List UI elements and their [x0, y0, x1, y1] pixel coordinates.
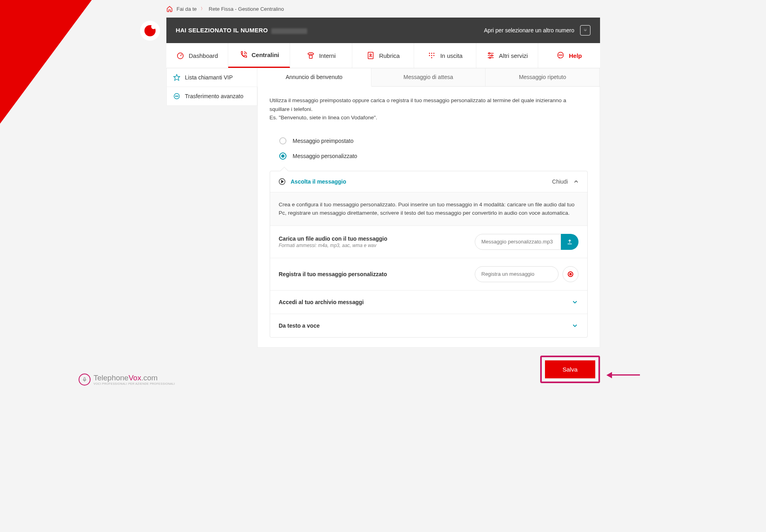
upload-icon: [566, 238, 573, 245]
breadcrumb-home[interactable]: Fai da te: [177, 6, 197, 12]
svg-rect-1: [309, 55, 312, 58]
home-icon[interactable]: [166, 6, 173, 12]
select-other-label: Apri per selezionare un altro numero: [484, 27, 574, 34]
svg-point-19: [560, 55, 561, 55]
svg-point-9: [434, 55, 435, 56]
upload-formats: Formati ammessi: m4a, mp3, aac, wma e wa…: [279, 243, 467, 248]
custom-message-panel: Ascolta il messaggio Chiudi Crea e confi…: [270, 171, 588, 338]
chevron-right-icon: 〉: [201, 6, 205, 12]
svg-rect-28: [84, 378, 85, 380]
svg-point-25: [178, 96, 178, 97]
star-icon: [173, 74, 180, 81]
tab-dashboard[interactable]: Dashboard: [166, 43, 228, 68]
svg-point-8: [431, 55, 432, 56]
sidebar-item-vip[interactable]: Lista chiamanti VIP: [167, 68, 257, 87]
svg-marker-21: [174, 75, 180, 81]
radio-custom[interactable]: Messaggio personalizzato: [270, 148, 588, 164]
svg-point-4: [429, 53, 430, 54]
header-bar: HAI SELEZIONATO IL NUMERO Apri per selez…: [166, 18, 600, 43]
vodafone-logo: [140, 21, 160, 41]
panel-description: Crea e configura il tuo messaggio person…: [270, 192, 587, 225]
header-label: HAI SELEZIONATO IL NUMERO: [176, 27, 268, 34]
archive-row[interactable]: Accedi al tuo archivio messaggi: [270, 290, 587, 314]
upload-button[interactable]: [561, 234, 578, 250]
svg-point-16: [489, 57, 491, 59]
save-highlight: Salva: [540, 356, 600, 383]
listen-link[interactable]: Ascolta il messaggio: [291, 178, 346, 185]
tab-help[interactable]: Help: [538, 43, 600, 68]
transfer-icon: [173, 93, 180, 100]
radio-preset[interactable]: Messaggio preimpostato: [270, 133, 588, 148]
svg-marker-27: [281, 180, 283, 183]
record-input[interactable]: [475, 266, 559, 282]
sidebar-item-transfer[interactable]: Trasferimento avanzato: [167, 87, 257, 105]
tab-altri-servizi[interactable]: Altri servizi: [476, 43, 538, 68]
arrow-annotation: [606, 372, 640, 378]
svg-point-20: [562, 55, 562, 55]
upload-row: Carica un file audio con il tuo messaggi…: [270, 225, 587, 258]
microphone-icon: [79, 374, 91, 386]
tab-centralini[interactable]: Centralini: [228, 43, 290, 68]
svg-point-5: [431, 53, 432, 54]
breadcrumb-current: Rete Fissa - Gestione Centralino: [209, 6, 284, 12]
svg-point-24: [176, 96, 177, 97]
subtab-attesa[interactable]: Messaggio di attesa: [371, 68, 486, 86]
svg-point-10: [431, 57, 432, 58]
subtabs: Annuncio di benvenuto Messaggio di attes…: [257, 68, 600, 87]
contacts-icon: [366, 51, 375, 60]
sidebar: Lista chiamanti VIP Trasferimento avanza…: [166, 68, 257, 106]
phone-old-icon: [306, 51, 315, 60]
sidebar-label: Trasferimento avanzato: [185, 93, 244, 99]
record-row: Registra il tuo messaggio personalizzato: [270, 258, 587, 290]
chat-icon: [556, 51, 565, 60]
tts-row[interactable]: Da testo a voce: [270, 314, 587, 337]
svg-point-3: [370, 54, 371, 55]
play-icon[interactable]: [278, 178, 286, 186]
subtab-annuncio[interactable]: Annuncio di benvenuto: [257, 68, 371, 87]
decorative-triangle: [0, 0, 92, 124]
sidebar-label: Lista chiamanti VIP: [185, 74, 233, 81]
breadcrumb: Fai da te 〉 Rete Fissa - Gestione Centra…: [166, 0, 600, 18]
upload-input[interactable]: [475, 234, 561, 250]
select-number-dropdown[interactable]: [580, 25, 590, 36]
tab-rubrica[interactable]: Rubrica: [352, 43, 414, 68]
dialpad-icon: [427, 51, 436, 60]
gauge-icon: [176, 51, 185, 60]
svg-point-6: [434, 53, 435, 54]
telephonevox-logo: TelephoneVox.com Voci professionali per …: [79, 374, 175, 386]
record-button[interactable]: [563, 266, 578, 282]
svg-point-15: [491, 55, 492, 56]
svg-point-7: [429, 55, 430, 56]
tab-uscita[interactable]: In uscita: [414, 43, 476, 68]
chevron-down-icon: [571, 299, 578, 306]
settings-list-icon: [486, 51, 495, 60]
tab-interni[interactable]: Interni: [290, 43, 352, 68]
chevron-down-icon: [571, 322, 578, 329]
phone-ring-icon: [239, 51, 248, 59]
phone-number-blurred: [271, 28, 307, 34]
radio-icon: [279, 137, 286, 144]
record-icon: [568, 271, 573, 277]
svg-point-23: [175, 96, 176, 97]
save-button[interactable]: Salva: [545, 360, 595, 378]
chevron-up-icon: [573, 178, 579, 185]
svg-point-18: [559, 55, 559, 55]
record-label: Registra il tuo messaggio personalizzato: [279, 271, 467, 277]
main-tabs: Dashboard Centralini Interni Rubrica In …: [166, 43, 600, 68]
svg-point-14: [488, 53, 490, 54]
radio-checked-icon: [279, 152, 286, 160]
intro-text: Utilizza il messaggio preimpostato oppur…: [270, 96, 588, 122]
upload-label: Carica un file audio con il tuo messaggi…: [279, 235, 467, 242]
close-panel[interactable]: Chiudi: [552, 178, 579, 185]
subtab-ripetuto[interactable]: Messaggio ripetuto: [486, 68, 600, 86]
